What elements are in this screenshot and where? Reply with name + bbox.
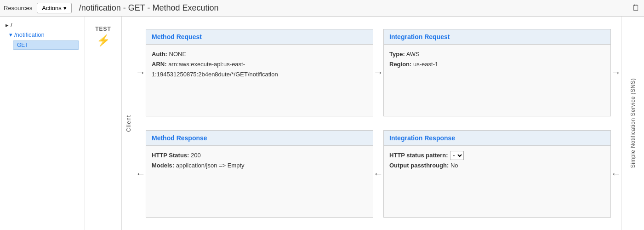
auth-value: NONE [169,51,187,58]
page-title: /notification - GET - Method Execution [79,3,219,13]
notification-label: /notification [14,31,45,38]
arn-value: arn:aws:execute-api:us-east-1:1945312508… [152,61,278,78]
documentation-icon[interactable]: 🗒 [632,3,640,13]
http-status-pattern-row: HTTP status pattern: - [389,150,605,161]
method-request-header: Method Request [146,29,373,45]
chevron-down-icon: ▾ [63,5,67,12]
integration-type: Type: AWS [389,49,605,59]
integration-response-header: Integration Response [384,131,610,146]
method-response-content: HTTP Status: 200 Models: application/jso… [146,146,373,175]
status-label: HTTP Status: [152,152,189,159]
actions-label: Actions [42,5,62,12]
models-row: Models: application/json => Empty [152,161,367,171]
sidebar: ▸ / ▾ /notification GET [0,17,85,230]
arn-label: ARN: [152,61,167,68]
region-value: us-east-1 [413,61,438,68]
sidebar-item-get[interactable]: GET [13,40,79,50]
type-label: Type: [389,51,405,58]
test-label: TEST [95,26,111,32]
method-response-title[interactable]: Method Response [152,134,207,142]
auth-label: Auth: [152,51,167,58]
integration-region: Region: us-east-1 [389,59,605,69]
sns-label: Simple Notification Service (SNS) [630,78,636,168]
integration-response-box: Integration Response HTTP status pattern… [383,130,611,218]
passthrough-label: Output passthrough: [389,162,449,169]
http-status: HTTP Status: 200 [152,150,367,161]
triangle-down-icon: ▾ [9,31,12,38]
root-label: / [11,22,12,29]
client-label: Client [125,115,132,132]
integration-request-header: Integration Request [384,29,610,45]
content-area: TEST ⚡ Client → Me [85,17,644,230]
triangle-right-icon: ▸ [6,22,9,29]
integration-request-title[interactable]: Integration Request [389,33,450,40]
region-label: Region: [389,61,411,68]
arrow-sns-to-integration-response: ← [611,168,621,180]
models-value: application/json => Empty [176,162,245,169]
integration-response-title[interactable]: Integration Response [389,134,455,142]
get-label: GET [17,42,28,48]
method-request-box: Method Request Auth: NONE ARN: arn:aws:e… [146,29,373,116]
lightning-icon[interactable]: ⚡ [97,34,110,47]
test-panel: TEST ⚡ [85,17,122,230]
pattern-label: HTTP status pattern: [389,150,448,161]
integration-request-content: Type: AWS Region: us-east-1 [384,45,610,74]
method-request-content: Auth: NONE ARN: arn:aws:execute-api:us-e… [146,45,373,84]
method-response-header: Method Response [146,131,373,146]
method-request-title[interactable]: Method Request [152,33,202,40]
method-request-arn: ARN: arn:aws:execute-api:us-east-1:19453… [152,59,367,80]
passthrough-value: No [450,162,458,169]
integration-request-box: Integration Request Type: AWS Region: us… [383,29,611,116]
arrow-method-response-to-client: ← [136,168,146,180]
method-request-auth: Auth: NONE [152,49,367,59]
method-response-box: Method Response HTTP Status: 200 Models:… [146,130,373,218]
integration-response-content: HTTP status pattern: - Output passthroug… [384,146,610,175]
status-value: 200 [191,152,201,159]
arrow-method-to-integration: → [373,67,383,79]
status-pattern-dropdown[interactable]: - [450,151,464,160]
actions-button[interactable]: Actions ▾ [37,3,72,13]
output-passthrough-row: Output passthrough: No [389,161,605,171]
main-layout: ▸ / ▾ /notification GET TEST ⚡ Client [0,17,644,230]
top-bar: Resources Actions ▾ /notification - GET … [0,0,644,17]
type-value: AWS [406,51,420,58]
diagram-area: Client → Method Request [122,17,644,230]
arrow-integration-to-sns-top: → [611,67,621,79]
sidebar-item-root[interactable]: ▸ / [0,20,85,30]
sns-panel: Simple Notification Service (SNS) [621,17,644,230]
sidebar-item-notification[interactable]: ▾ /notification [0,30,85,40]
client-label-wrapper: Client [122,17,136,230]
arrow-client-to-method-request: → [136,67,146,79]
resources-label: Resources [4,5,32,12]
models-label: Models: [152,162,174,169]
arrow-integration-response-to-method: ← [373,168,383,180]
